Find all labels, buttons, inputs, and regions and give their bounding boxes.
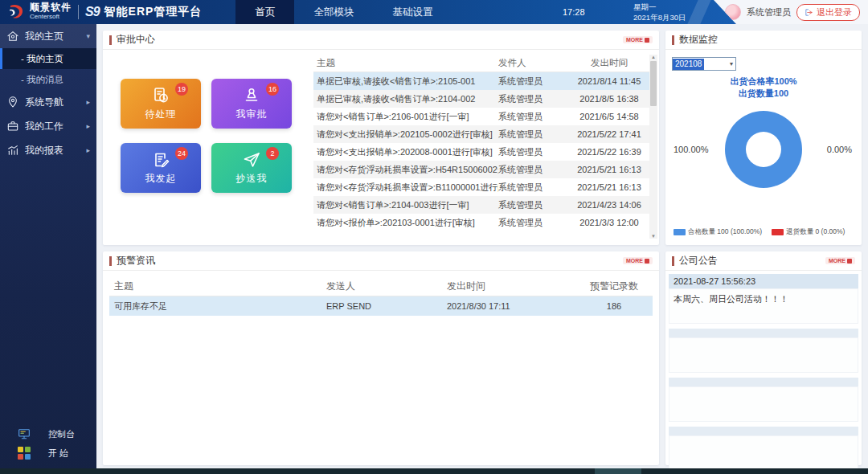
cell: 系统管理员	[498, 111, 569, 123]
monitor-panel-title: 数据监控	[679, 33, 718, 47]
nav-tab-all-modules[interactable]: 全部模块	[294, 0, 373, 24]
start-button[interactable]: 开 始	[0, 443, 96, 463]
tile-label: 我发起	[145, 172, 177, 186]
user-name: 系统管理员	[747, 6, 791, 18]
alerts-panel-title: 预警资讯	[117, 254, 155, 268]
announcement-text[interactable]: 本周六、周日公司活动！！！	[669, 288, 858, 324]
logout-label: 退出登录	[817, 6, 852, 18]
header-user-area: 系统管理员 退出登录	[701, 0, 868, 24]
period-value: 202108	[673, 59, 704, 70]
tile-cc-to-me[interactable]: 2 抄送我	[211, 143, 292, 193]
nav-tab-home[interactable]: 首页	[235, 0, 294, 24]
sidebar-footer: 控制台 开 始	[0, 424, 96, 463]
announcement-date	[669, 427, 858, 435]
logout-button[interactable]: 退出登录	[796, 4, 860, 21]
approval-center-panel: 审批中心 MORE 19 待处理 16 我审批	[103, 31, 659, 245]
alerts-table-body: 可用库存不足ERP SEND2021/8/30 17:11186	[109, 296, 653, 316]
date-stack: 星期一 2021年8月30日	[633, 2, 686, 22]
sidebar-item-system-nav[interactable]: 系统导航 ▸	[0, 90, 96, 114]
tile-pending[interactable]: 19 待处理	[121, 79, 201, 129]
tile-initiated-by-me[interactable]: 24 我发起	[121, 143, 201, 193]
announcements-more-button[interactable]: MORE	[825, 257, 855, 264]
cell: 2021/5/22 16:39	[569, 147, 649, 157]
cell: 请您对<存货浮动耗损率设置>:H54R15006002进行[审核]	[313, 164, 498, 176]
approval-table-row[interactable]: 请您对<销售订单>:2106-001进行[一审]系统管理员2021/6/5 14…	[313, 108, 649, 125]
cell: 可用库存不足	[109, 300, 326, 313]
period-select[interactable]: 202108 ▾	[672, 57, 736, 71]
stamp-icon	[242, 86, 261, 105]
approval-tiles: 19 待处理 16 我审批 24 我发起	[121, 79, 292, 193]
announcements-panel-title: 公司公告	[679, 254, 718, 268]
my-approvals-count-badge: 16	[266, 83, 279, 96]
approval-scrollbar[interactable]: ▲ ▼	[649, 55, 657, 239]
announcement-date	[669, 378, 858, 386]
cell: 发件人	[498, 57, 569, 69]
cell: 系统管理员	[498, 199, 569, 211]
monitor-panel-header: 数据监控	[665, 31, 862, 50]
exit-icon	[805, 8, 813, 17]
approval-table-row[interactable]: 单据已审核,请接收<销售订单>:2104-002系统管理员2021/8/5 16…	[313, 90, 649, 108]
home-icon	[6, 30, 19, 43]
taskbar-highlight	[595, 468, 641, 474]
alerts-table-header: 主题发送人发出时间预警记录数	[109, 277, 653, 296]
cell: 预警记录数	[575, 280, 653, 293]
approval-more-button[interactable]: MORE	[623, 36, 653, 43]
announcements-panel-header: 公司公告 MORE	[665, 251, 862, 271]
approval-table-row[interactable]: 请您对<存货浮动耗损率设置>:B11000001进行[审核]系统管理员2021/…	[313, 178, 649, 196]
approval-table-row[interactable]: 请您对<存货浮动耗损率设置>:H54R15006002进行[审核]系统管理员20…	[313, 161, 649, 178]
cc-count-badge: 2	[266, 147, 279, 160]
pending-doc-icon	[151, 86, 170, 105]
scroll-down-icon[interactable]: ▼	[651, 234, 656, 239]
top-nav: 首页 全部模块 基础设置	[235, 0, 452, 24]
paper-plane-icon	[242, 150, 261, 170]
cell: 发出时间	[569, 57, 649, 69]
more-label: MORE	[626, 258, 643, 264]
scroll-up-icon[interactable]: ▲	[651, 55, 656, 59]
sidebar-item-label: 我的报表	[25, 144, 63, 157]
cell: 主题	[109, 280, 326, 293]
tile-label: 抄送我	[236, 172, 268, 186]
pass-rate-text: 出货合格率100%	[665, 76, 862, 88]
sidebar-item-my-home[interactable]: 我的主页 ▾	[0, 24, 96, 48]
cell: 请您对<支出报销单>:202105-0002进行[审核]	[313, 129, 498, 141]
chevron-right-icon: ▸	[86, 98, 90, 106]
approval-table-row[interactable]: 请您对<支出报销单>:202105-0002进行[审核]系统管理员2021/5/…	[313, 125, 649, 143]
nav-tab-basic-settings[interactable]: 基础设置	[373, 0, 452, 24]
approval-table-row[interactable]: 请您对<报价单>:202103-0001进行[审核]系统管理员2021/3/3 …	[313, 214, 649, 231]
map-pin-icon	[6, 96, 19, 108]
s9-logo: S9	[85, 5, 100, 19]
legend-item-pass: 合格数量 100 (100.00%)	[674, 227, 762, 237]
sidebar-item-my-reports[interactable]: 我的报表 ▸	[0, 138, 96, 162]
cell: 系统管理员	[498, 217, 569, 229]
alerts-more-button[interactable]: MORE	[623, 257, 653, 264]
cell: 发出时间	[447, 280, 575, 293]
alert-table-row[interactable]: 可用库存不足ERP SEND2021/8/30 17:11186	[109, 296, 653, 316]
approval-table-row[interactable]: 请您对<销售订单>:2104-003进行[一审]系统管理员2021/4/23 1…	[313, 196, 649, 214]
cell: 系统管理员	[498, 93, 569, 105]
cell: 系统管理员	[498, 164, 569, 176]
cell: 系统管理员	[498, 182, 569, 194]
bottom-taskbar	[0, 468, 868, 474]
console-button[interactable]: 控制台	[0, 424, 96, 443]
cell: 2021/8/14 11:45	[569, 76, 649, 86]
approval-table-header: 主题发件人发出时间	[313, 55, 649, 72]
approval-table-row[interactable]: 单据已审核,请接收<销售订单>:2105-001系统管理员2021/8/14 1…	[313, 72, 649, 90]
tile-label: 我审批	[236, 108, 268, 121]
more-label: MORE	[829, 258, 845, 264]
scroll-thumb[interactable]	[650, 61, 657, 106]
user-avatar[interactable]	[725, 4, 741, 20]
sidebar-item-label: 我的主页	[25, 30, 63, 43]
legend-swatch-red	[772, 229, 784, 235]
tile-my-approvals[interactable]: 16 我审批	[211, 79, 292, 129]
cell: 发送人	[326, 280, 447, 293]
legend-label: 退货数量 0 (0.00%)	[786, 227, 845, 237]
sidebar-subitem-my-home[interactable]: - 我的主页	[0, 48, 96, 69]
start-label: 开 始	[48, 447, 68, 460]
donut-hole	[746, 132, 781, 167]
approval-table-row[interactable]: 请您对<支出报销单>:202008-0001进行[审核]系统管理员2021/5/…	[313, 143, 649, 161]
sidebar-item-my-work[interactable]: 我的工作 ▸	[0, 114, 96, 138]
sidebar-subitem-my-messages[interactable]: - 我的消息	[0, 69, 96, 90]
accent-bar	[672, 256, 674, 266]
date: 2021年8月30日	[633, 12, 686, 22]
chart-legend: 合格数量 100 (100.00%) 退货数量 0 (0.00%)	[674, 227, 857, 237]
